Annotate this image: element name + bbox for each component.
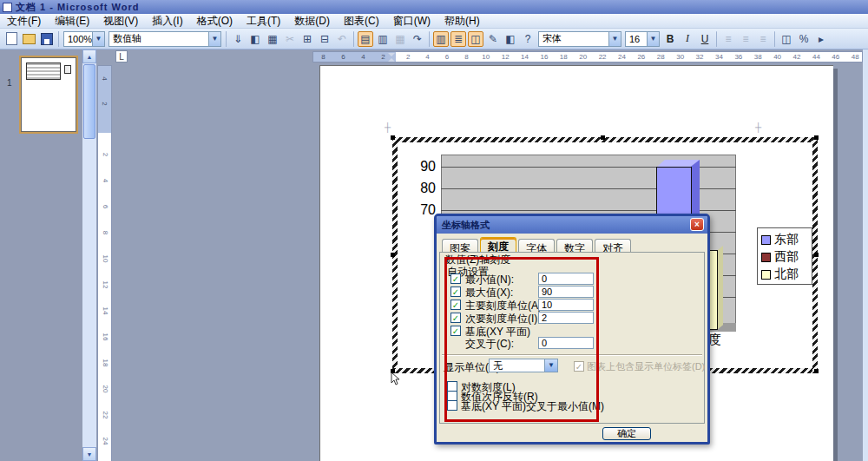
italic-button[interactable]: I bbox=[680, 31, 695, 47]
help-icon[interactable]: ? bbox=[520, 31, 536, 47]
fill-color-icon[interactable]: ◧ bbox=[503, 31, 518, 47]
menu-item[interactable]: 数据(D) bbox=[287, 13, 337, 30]
bar-north-side-face bbox=[717, 246, 723, 330]
scroll-up-icon[interactable]: ▲ bbox=[82, 49, 96, 63]
word-window: { "window": { "title": "文档 1 - Microsoft… bbox=[0, 0, 868, 461]
toolbar-icon-group: ⇓◧▦✂⊞⊟↶▤▥▦↷▥≣◫✎◧? bbox=[229, 31, 536, 47]
thumbnail-page-number: 1 bbox=[7, 78, 12, 88]
resize-handle[interactable] bbox=[601, 135, 605, 140]
toolbar-separator[interactable] bbox=[716, 31, 717, 47]
data-grid-icon[interactable]: ▦ bbox=[392, 31, 408, 47]
legend-toggle-icon[interactable]: ≣ bbox=[450, 31, 466, 47]
ruler-numbers: 2468101214161820222426283032343638404244… bbox=[398, 52, 865, 62]
object-anchor-mark: ┼ bbox=[385, 122, 391, 132]
chart-wizard-icon[interactable]: ◧ bbox=[247, 31, 263, 47]
legend-entry[interactable]: 北部 bbox=[761, 266, 812, 283]
view-datasheet-icon[interactable]: ▦ bbox=[265, 31, 280, 47]
resize-handle[interactable] bbox=[391, 135, 395, 140]
chevron-down-icon[interactable]: ▼ bbox=[208, 32, 220, 46]
style-gallery-icon[interactable]: ◫ bbox=[779, 31, 794, 47]
menu-item[interactable]: 视图(V) bbox=[96, 13, 145, 30]
by-column-icon[interactable]: ⇓ bbox=[230, 31, 246, 47]
copy-icon[interactable]: ⊞ bbox=[299, 31, 315, 47]
align-right-button[interactable]: ≡ bbox=[755, 31, 771, 47]
mouse-cursor bbox=[391, 372, 401, 387]
undo-icon[interactable]: ↶ bbox=[334, 31, 350, 47]
scroll-down-icon[interactable]: ▼ bbox=[82, 447, 96, 461]
menu-item[interactable]: 格式(O) bbox=[190, 13, 240, 30]
new-document-icon[interactable] bbox=[6, 32, 17, 45]
percent-style-icon[interactable]: % bbox=[796, 31, 812, 47]
legend-swatch bbox=[761, 235, 771, 245]
toolbar: 100% ▼ 数值轴 ▼ ⇓◧▦✂⊞⊟↶▤▥▦↷▥≣◫✎◧? 宋体 ▼ 16 ▼… bbox=[0, 29, 868, 49]
page-shadow bbox=[833, 69, 838, 461]
legend-label: 西部 bbox=[774, 249, 799, 265]
dialog-title-bar[interactable]: 坐标轴格式 bbox=[437, 216, 707, 234]
category-axis-gridlines-icon[interactable]: ▤ bbox=[358, 31, 373, 47]
font-size-combobox[interactable]: 16 ▼ bbox=[625, 31, 660, 47]
thumbnail-chart-preview bbox=[26, 63, 61, 80]
resize-handle[interactable] bbox=[814, 369, 819, 373]
close-icon[interactable]: × bbox=[690, 218, 704, 231]
chart-selection-border-top[interactable] bbox=[392, 137, 818, 142]
app-icon bbox=[3, 3, 12, 12]
ok-button[interactable]: 确定 bbox=[602, 427, 651, 440]
thumbnail-pane: 1 bbox=[0, 49, 82, 461]
major-gridlines-icon[interactable]: ▥ bbox=[433, 31, 449, 47]
drawing-icon[interactable]: ✎ bbox=[485, 31, 501, 47]
document-scrollbar[interactable] bbox=[863, 49, 868, 461]
font-name-combobox[interactable]: 宋体 ▼ bbox=[538, 31, 621, 47]
legend-swatch bbox=[761, 253, 771, 262]
toolbar-options-icon[interactable]: ▸ bbox=[813, 31, 829, 47]
resize-handle[interactable] bbox=[391, 253, 395, 257]
ruler-numbers: 24681012141618202224 bbox=[98, 142, 111, 454]
menu-item[interactable]: 工具(T) bbox=[240, 13, 287, 30]
show-units-label-text: 图表上包含显示单位标签(D) bbox=[587, 360, 705, 373]
resize-handle[interactable] bbox=[814, 135, 819, 140]
toolbar-separator[interactable] bbox=[774, 31, 775, 47]
horizontal-ruler[interactable]: 8642 24681012141618202224262830323436384… bbox=[312, 51, 863, 63]
menu-item[interactable]: 图表(C) bbox=[337, 13, 386, 30]
chart-object-combobox[interactable]: 数值轴 ▼ bbox=[108, 31, 221, 47]
align-center-button[interactable]: ≡ bbox=[738, 31, 753, 47]
toolbar-separator[interactable] bbox=[353, 31, 354, 47]
chevron-down-icon[interactable]: ▼ bbox=[608, 32, 621, 46]
paste-icon[interactable]: ⊟ bbox=[317, 31, 332, 47]
legend-label: 东部 bbox=[774, 232, 799, 247]
page-thumbnail[interactable] bbox=[21, 57, 76, 132]
toolbar-separator bbox=[226, 31, 227, 47]
vertical-ruler[interactable]: 42 24681012141618202224 bbox=[97, 65, 112, 461]
menu-bar: 文件(F)编辑(E)视图(V)插入(I)格式(O)工具(T)数据(D)图表(C)… bbox=[0, 14, 868, 29]
legend-swatch bbox=[761, 270, 771, 280]
chevron-down-icon[interactable]: ▼ bbox=[92, 32, 104, 46]
red-annotation-rectangle bbox=[444, 257, 599, 422]
menu-item[interactable]: 插入(I) bbox=[145, 13, 189, 30]
data-table-icon[interactable]: ◫ bbox=[468, 31, 483, 47]
import-file-icon[interactable]: ↷ bbox=[410, 31, 425, 47]
menu-item[interactable]: 帮助(H) bbox=[437, 13, 487, 30]
save-icon[interactable] bbox=[41, 33, 53, 45]
bold-button[interactable]: B bbox=[662, 31, 678, 47]
menu-item[interactable]: 文件(F) bbox=[0, 13, 48, 30]
menu-item[interactable]: 编辑(E) bbox=[48, 13, 96, 30]
dialog-title: 坐标轴格式 bbox=[437, 219, 490, 232]
chart-legend[interactable]: 东部 西部 北部 bbox=[757, 227, 812, 285]
value-axis-gridlines-icon[interactable]: ▥ bbox=[375, 31, 391, 47]
indent-marker[interactable] bbox=[388, 53, 395, 62]
open-folder-icon[interactable] bbox=[23, 34, 36, 44]
axis-title-partial: 度 bbox=[708, 332, 721, 348]
cut-icon[interactable]: ✂ bbox=[282, 31, 298, 47]
chevron-down-icon[interactable]: ▼ bbox=[647, 32, 659, 46]
window-title: 文档 1 - Microsoft Word bbox=[16, 1, 139, 14]
menu-item[interactable]: 窗口(W) bbox=[386, 13, 437, 30]
underline-button[interactable]: U bbox=[697, 31, 713, 47]
legend-label: 北部 bbox=[774, 267, 799, 282]
toolbar-icon-group: BIU≡≡≡◫%▸ bbox=[661, 31, 830, 47]
legend-entry[interactable]: 西部 bbox=[761, 248, 812, 266]
toolbar-separator[interactable] bbox=[429, 31, 430, 47]
tab-stop-selector[interactable]: L bbox=[115, 50, 128, 63]
align-left-button[interactable]: ≡ bbox=[720, 31, 736, 47]
resize-handle[interactable] bbox=[814, 253, 819, 257]
zoom-combobox[interactable]: 100% ▼ bbox=[63, 31, 105, 47]
legend-entry[interactable]: 东部 bbox=[761, 231, 812, 248]
